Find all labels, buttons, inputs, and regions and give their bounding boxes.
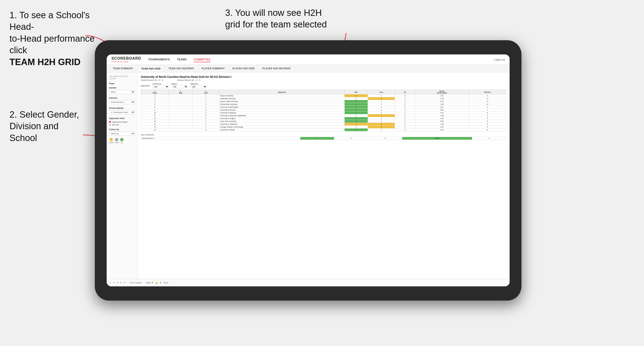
opponent-filter-label: Opponent xyxy=(190,83,207,85)
sign-out[interactable]: | Sign out xyxy=(494,58,505,61)
annotation-3: 3. You will now see H2H grid for the tea… xyxy=(225,7,327,30)
toolbar-icon2[interactable]: ⊞ xyxy=(160,282,162,284)
table-row: 16 3 University of Florida 3 1 0 -6.42 9 xyxy=(141,129,506,131)
anno2-line2: Division and xyxy=(10,121,58,131)
toolbar-redo[interactable]: ↪ xyxy=(113,282,115,284)
colour-dot-up xyxy=(120,138,124,141)
out-table: NCAA Division II 1 0 0 26.00 3 xyxy=(141,137,506,140)
timestamp: Last Updated: 27/03/2024 16:55:38 xyxy=(109,75,135,80)
tablet-device: SCOREBOARD Powered by clippi TOURNAMENTS… xyxy=(95,40,522,301)
division-label: Division xyxy=(109,97,135,99)
conf-filter: Conference (All) xyxy=(152,83,169,88)
annotation-2: 2. Select Gender, Division and School xyxy=(10,109,79,144)
table-row: 4 1 Arizona State University 5 1 0 2.29 … xyxy=(141,100,506,103)
toolbar-share[interactable]: Share xyxy=(163,282,168,284)
region-filter-select[interactable]: (All) xyxy=(171,85,188,88)
toolbar: ↩ ↪ ↺ ⎘ 🕐 | View: Original | Watch ▼ 🔔 ⊞… xyxy=(107,279,510,286)
subnav-player-h2h-heatmap[interactable]: PLAYER H2H HEATMAP xyxy=(261,66,292,71)
colour-legend: Down Level Up xyxy=(109,138,135,143)
col-loss: Loss xyxy=(368,90,395,94)
subnav-player-h2h-grid[interactable]: PLAYER H2H GRID xyxy=(231,66,256,71)
school-label: School (Rank) xyxy=(109,107,135,109)
navbar: SCOREBOARD Powered by clippi TOURNAMENTS… xyxy=(107,54,510,65)
colour-dot-level xyxy=(115,138,118,141)
school-select[interactable]: 1. University of Nort... xyxy=(109,110,135,114)
col-opponent: Opponent xyxy=(219,90,345,94)
nav-tournaments[interactable]: TOURNAMENTS xyxy=(148,57,170,62)
colour-select[interactable]: Win/Loss xyxy=(109,132,135,136)
table-row: 12 3 University of Virginia 1 0 0 2.33 3 xyxy=(141,117,506,120)
division-record: Division Record: 88 - 17 - 0 xyxy=(177,79,200,81)
grid-records: Overall Record: 89 - 17 - 0 Division Rec… xyxy=(141,79,506,81)
nav-committee[interactable]: COMMITTEE xyxy=(194,57,210,62)
opponent-filter: Opponent (All) xyxy=(190,83,207,88)
anno1-line1: 1. To see a School's Head- xyxy=(10,10,90,32)
nav-items: TOURNAMENTS TEAMS COMMITTEE xyxy=(148,57,494,62)
logo-sub: Powered by clippi xyxy=(112,61,141,63)
col-conf: #Conf xyxy=(192,90,219,94)
colour-down: Down xyxy=(109,138,113,143)
table-row: 13 1 Texas Tech University 3 0 0 5.56 9 xyxy=(141,120,506,123)
division-select[interactable]: NCAA Division I xyxy=(109,100,135,104)
logo-main: SCOREBOARD xyxy=(112,56,141,61)
col-win: Win xyxy=(345,90,368,94)
toolbar-watch[interactable]: Watch ▼ xyxy=(146,282,154,284)
table-row: 8 2 University of Washington 1 0 0 3.67 … xyxy=(141,106,506,109)
subnav-team-h2h-grid[interactable]: TEAM H2H GRID xyxy=(139,66,162,71)
subnav: TEAM SUMMARY TEAM H2H GRID TEAM H2H HEAT… xyxy=(107,65,510,72)
toolbar-refresh[interactable]: ↺ xyxy=(116,282,118,284)
conf-filter-label: Conference xyxy=(152,83,169,85)
team-label: Team xyxy=(109,82,135,85)
anno1-line2: to-Head performance click xyxy=(10,34,94,55)
table-row: 9 3 University of Arizona 1 0 0 9.00 2 xyxy=(141,109,506,112)
toolbar-copy[interactable]: ⎘ xyxy=(120,282,121,284)
anno3-line1: 3. You will now see H2H xyxy=(225,8,322,18)
grid-panel: University of North Carolina Head-to-Hea… xyxy=(138,72,510,279)
table-row: 10 5 University of Alabama 3 0 0 2.61 8 xyxy=(141,112,506,114)
table-row: 11 6 University of Arkansas, Fayettevill… xyxy=(141,114,506,117)
table-row: 14 2 University of Oklahoma 1 2 0 -1.00 … xyxy=(141,123,506,126)
col-tie: Tie xyxy=(395,90,415,94)
anno1-line3-bold: TEAM H2H GRID xyxy=(10,57,80,67)
tablet-screen: SCOREBOARD Powered by clippi TOURNAMENTS… xyxy=(107,54,510,286)
conf-filter-select[interactable]: (All) xyxy=(152,85,169,88)
subnav-player-summary[interactable]: PLAYER SUMMARY xyxy=(200,66,226,71)
colour-section: Colour by Win/Loss Down Level xyxy=(109,128,135,143)
anno2-line3: School xyxy=(10,133,37,143)
table-row: 2 1 Auburn University 2 1 0 1.67 9 xyxy=(141,94,506,97)
anno3-line2: grid for the team selected xyxy=(225,19,327,29)
col-rounds: Rounds xyxy=(469,90,506,94)
radio-top100-circle xyxy=(109,124,111,126)
opponents-label: Opponents: xyxy=(141,85,150,87)
opponent-view-label: Opponent View xyxy=(109,117,135,120)
radio-opponents-played[interactable]: Opponents Played xyxy=(109,121,135,123)
gender-select[interactable]: Men's xyxy=(109,90,135,94)
col-diff: Diff AvStrokes/Rnd xyxy=(415,90,468,94)
nav-teams[interactable]: TEAMS xyxy=(177,57,186,62)
out-of-division: Out of division NCAA Division II 1 0 0 2… xyxy=(141,134,506,140)
overall-record: Overall Record: 89 - 17 - 0 xyxy=(141,79,163,81)
table-row: 3 2 Vanderbilt University 0 4 0 -2.29 8 xyxy=(141,97,506,100)
gender-label: Gender xyxy=(109,87,135,89)
table-body: 2 1 Auburn University 2 1 0 1.67 9 3 2 V… xyxy=(141,94,506,131)
h2h-table: #Rank #Reg #Conf Opponent Win Loss Tie D… xyxy=(141,90,506,131)
left-panel: Last Updated: 27/03/2024 16:55:38 Team G… xyxy=(107,72,138,279)
toolbar-view[interactable]: View: Original xyxy=(130,282,142,284)
anno2-line1: 2. Select Gender, xyxy=(10,110,79,120)
colour-label: Colour by xyxy=(109,128,135,131)
subnav-team-summary[interactable]: TEAM SUMMARY xyxy=(112,66,135,71)
toolbar-sep2: | xyxy=(144,282,144,284)
toolbar-clock: 🕐 xyxy=(123,282,126,284)
subnav-team-h2h-heatmap[interactable]: TEAM H2H HEATMAP xyxy=(167,66,195,71)
toolbar-icon1[interactable]: 🔔 xyxy=(156,282,158,284)
table-row: 6 2 Florida State University 4 2 0 1.83 … xyxy=(141,103,506,106)
region-filter: Region (All) xyxy=(171,83,188,88)
radio-group: Opponents Played Top 100 xyxy=(109,121,135,126)
toolbar-undo[interactable]: ↩ xyxy=(110,282,111,284)
opponent-filter-select[interactable]: (All) xyxy=(190,85,207,88)
radio-top100[interactable]: Top 100 xyxy=(109,124,135,126)
out-table-row: NCAA Division II 1 0 0 26.00 3 xyxy=(141,137,506,140)
filter-row: Opponents: Conference (All) Region (All) xyxy=(141,83,506,88)
table-row: 15 4 Georgia Institute of Technology 0 1… xyxy=(141,126,506,129)
colour-dot-down xyxy=(110,138,113,141)
